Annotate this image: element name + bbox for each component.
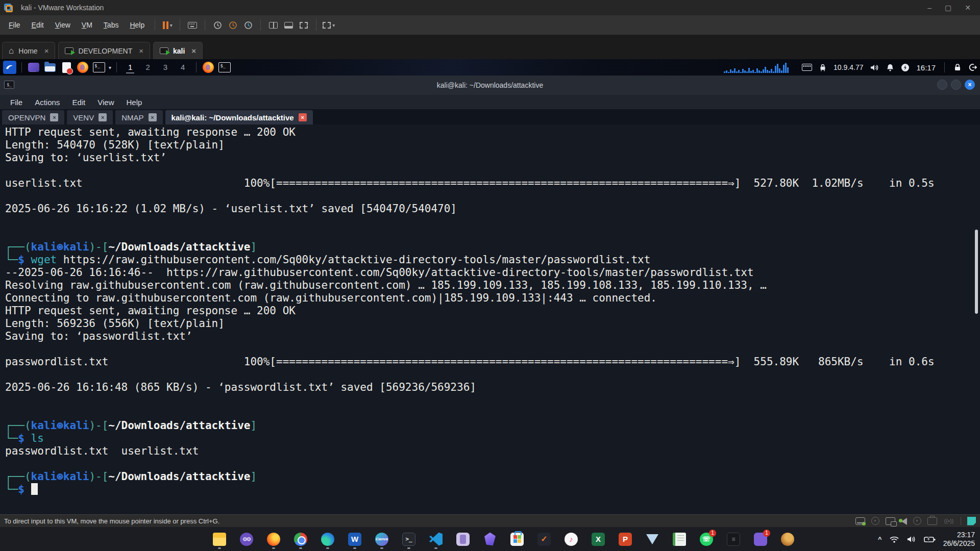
taskbar-app-music[interactable]: ♪ — [564, 531, 579, 548]
taskbar-app-darkapp[interactable]: ≡ — [726, 531, 741, 548]
terminal-maximize-button[interactable] — [951, 80, 961, 90]
terminal-quick-launcher[interactable]: $_ — [218, 61, 231, 74]
wireless-status-icon[interactable]: ((•)) — [943, 517, 954, 525]
taskbar-app-violet[interactable]: 1 — [753, 531, 768, 548]
taskbar-app-obsidian[interactable] — [482, 531, 498, 548]
usb-status-icon[interactable] — [927, 517, 937, 525]
firefox-launcher[interactable] — [76, 61, 89, 74]
show-thumbnail-bar-button[interactable] — [282, 18, 295, 32]
volume-tray-icon[interactable] — [906, 535, 917, 543]
terminal-menu-help[interactable]: Help — [120, 97, 148, 108]
network-monitor-graph[interactable] — [724, 62, 795, 73]
pause-vm-button[interactable]: ▾ — [161, 18, 174, 32]
vmware-menu-vm[interactable]: VM — [76, 18, 98, 32]
terminal-tab-close-icon[interactable]: × — [99, 113, 107, 121]
terminal-tab-close-icon[interactable]: × — [149, 113, 157, 121]
take-snapshot-button[interactable] — [211, 18, 224, 32]
terminal-output[interactable]: HTTP request sent, awaiting response … 2… — [0, 124, 980, 514]
vpn-icon[interactable] — [819, 63, 827, 71]
volume-icon[interactable] — [870, 63, 879, 72]
wifi-icon[interactable] — [889, 535, 899, 543]
terminal-titlebar[interactable]: $_ kali@kali: ~/Downloads/attacktive × — [0, 76, 980, 95]
workspace-4[interactable]: 4 — [179, 62, 187, 73]
terminal-tab-1[interactable]: OPENVPN× — [2, 110, 64, 124]
taskbar-app-purpleowl[interactable]: ⊙⊙ — [239, 531, 254, 548]
vmware-tab-development[interactable]: DEVELOPMENT× — [58, 42, 150, 59]
power-manager-icon[interactable] — [901, 63, 910, 72]
taskbar-app-notebook[interactable] — [672, 531, 687, 548]
display-settings-icon[interactable] — [802, 64, 812, 71]
ctrl-alt-del-button[interactable] — [186, 18, 199, 32]
taskbar-app-phonelink[interactable] — [455, 531, 471, 548]
taskbar-app-excel[interactable]: X — [591, 531, 606, 548]
maximize-button[interactable]: ▢ — [945, 4, 951, 12]
terminal-menu-edit[interactable]: Edit — [66, 97, 91, 108]
terminal-tab-close-icon[interactable]: × — [299, 113, 307, 121]
taskbar-app-whatsapp[interactable]: ☏1 — [699, 531, 714, 548]
tray-chevron-icon[interactable]: ^ — [878, 535, 882, 543]
terminal-tab-3[interactable]: NMAP× — [115, 110, 162, 124]
terminal-close-button[interactable]: × — [965, 80, 975, 90]
minimize-button[interactable]: – — [927, 4, 932, 12]
taskbar-app-terminal[interactable]: >_ — [401, 531, 416, 548]
vmware-menu-file[interactable]: File — [3, 18, 26, 32]
close-button[interactable]: ✕ — [965, 4, 971, 12]
tab-close-icon[interactable]: × — [44, 46, 49, 55]
taskbar-app-store[interactable] — [509, 531, 525, 548]
fullscreen-button[interactable]: ▾ — [322, 18, 335, 32]
taskbar-app-triangle[interactable] — [645, 531, 660, 548]
file-manager-launcher[interactable] — [43, 61, 57, 74]
vmware-menu-tabs[interactable]: Tabs — [98, 18, 125, 32]
disc-2-status-icon[interactable] — [913, 517, 921, 525]
taskbar-app-amber[interactable] — [780, 531, 795, 548]
terminal-scrollbar[interactable] — [975, 230, 978, 314]
taskbar-app-explorer[interactable] — [212, 531, 227, 548]
taskbar-app-todo[interactable]: ✓ — [536, 531, 552, 548]
taskbar-app-firefox[interactable] — [266, 531, 281, 548]
workspace-3[interactable]: 3 — [161, 62, 169, 73]
taskbar-clock[interactable]: 23:17 26/6/2025 — [943, 531, 975, 548]
terminal-tab-2[interactable]: VENV× — [67, 110, 113, 124]
tab-close-icon[interactable]: × — [191, 46, 196, 55]
vmware-menu-view[interactable]: View — [50, 18, 76, 32]
vm-ip-address[interactable]: 10.9.4.77 — [834, 63, 863, 71]
vmware-tab-kali[interactable]: kali× — [153, 42, 203, 59]
terminal-menu-view[interactable]: View — [91, 97, 120, 108]
revert-snapshot-button[interactable] — [226, 18, 239, 32]
terminal-dropdown-arrow[interactable]: ▾ — [109, 65, 111, 70]
kali-menu-button[interactable] — [3, 61, 16, 74]
battery-icon[interactable] — [924, 535, 936, 543]
vm-clock[interactable]: 16:17 — [916, 63, 936, 72]
hard-disk-status-icon[interactable] — [855, 517, 865, 525]
vmware-menu-edit[interactable]: Edit — [26, 18, 50, 32]
terminal-tab-4[interactable]: kali@kali: ~/Downloads/attacktive× — [165, 110, 313, 124]
message-log-icon[interactable] — [967, 517, 976, 525]
taskbar-app-chrome[interactable] — [293, 531, 308, 548]
show-console-view-button[interactable] — [297, 18, 310, 32]
vmware-tab-home[interactable]: ⌂Home× — [2, 42, 55, 59]
tab-close-icon[interactable]: × — [139, 46, 143, 55]
terminal-menu-actions[interactable]: Actions — [29, 97, 66, 108]
network-adapter-status-icon[interactable] — [886, 517, 895, 525]
taskbar-app-canva[interactable]: Canva — [374, 531, 389, 548]
lock-screen-icon[interactable] — [953, 63, 962, 71]
taskbar-app-vscode[interactable] — [428, 531, 444, 548]
show-library-button[interactable] — [266, 18, 280, 32]
text-editor-launcher[interactable] — [60, 61, 73, 74]
workspace-2[interactable]: 2 — [143, 62, 152, 73]
cd-dvd-status-icon[interactable] — [871, 517, 879, 525]
logout-icon[interactable] — [968, 63, 977, 71]
notifications-bell-icon[interactable] — [886, 63, 894, 72]
sound-status-icon[interactable] — [901, 518, 907, 525]
taskbar-app-word[interactable]: W — [347, 531, 362, 548]
terminal-menu-file[interactable]: File — [4, 97, 29, 108]
firefox-quick-launcher[interactable] — [202, 61, 215, 74]
taskbar-app-ppt[interactable]: P — [618, 531, 633, 548]
terminal-tab-close-icon[interactable]: × — [50, 113, 58, 121]
snapshot-manager-button[interactable] — [241, 18, 255, 32]
taskbar-app-edge[interactable] — [320, 531, 335, 548]
workspace-1[interactable]: 1 — [126, 62, 134, 73]
workspaces-app-launcher[interactable] — [27, 61, 40, 74]
terminal-minimize-button[interactable] — [937, 80, 947, 90]
terminal-launcher[interactable]: $_ — [92, 61, 106, 74]
